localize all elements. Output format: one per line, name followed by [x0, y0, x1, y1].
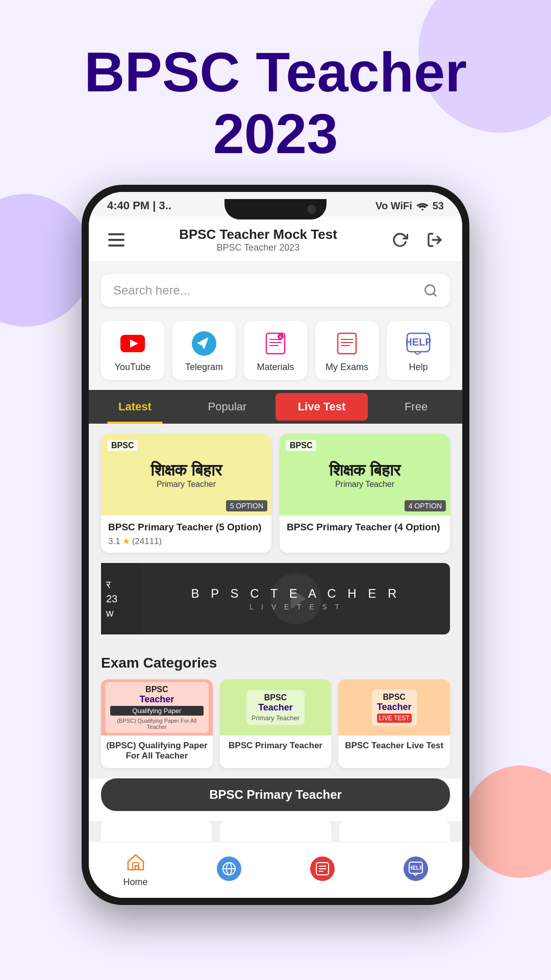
header-icons	[388, 228, 447, 252]
front-camera	[307, 205, 316, 214]
telegram-label: Telegram	[185, 362, 223, 373]
card-hindi-title-2: शिक्षक बिहार	[329, 461, 400, 480]
quick-action-help[interactable]: HELP Help	[387, 321, 450, 380]
status-time: 4:40 PM | 3..	[107, 199, 171, 212]
help-label: Help	[409, 362, 428, 373]
card-name: BPSC Primary Teacher (5 Option)	[108, 522, 264, 533]
svg-text:HELP: HELP	[409, 865, 423, 871]
svg-line-3	[433, 293, 436, 296]
refresh-button[interactable]	[388, 228, 412, 252]
tab-latest[interactable]: Latest	[89, 390, 181, 424]
card-option-badge-2: 4 OPTION	[405, 500, 446, 511]
tab-free[interactable]: Free	[370, 390, 462, 424]
logout-icon	[427, 232, 443, 248]
section-header-bar: BPSC Primary Teacher	[101, 778, 450, 811]
youtube-label: YouTube	[115, 362, 151, 373]
signal-text: Vo WiFi	[375, 200, 412, 212]
page-title: BPSC Teacher 2023	[31, 41, 520, 164]
cat-image-qualifying: BPSC Teacher Qualifying Paper (BPSC) Qua…	[101, 679, 213, 736]
quick-action-telegram[interactable]: Telegram	[172, 321, 236, 380]
search-box[interactable]: Search here...	[101, 274, 450, 307]
home-nav-icon	[123, 849, 148, 874]
logout-button[interactable]	[422, 228, 447, 252]
hamburger-icon	[108, 233, 124, 247]
banner-left-text: र 23 w	[106, 577, 137, 620]
category-card-live-test[interactable]: BPSC Teacher LIVE TEST BPSC Teacher Live…	[338, 679, 450, 768]
category-card-qualifying[interactable]: BPSC Teacher Qualifying Paper (BPSC) Qua…	[101, 679, 213, 768]
telegram-icon	[191, 330, 217, 357]
exam-categories-title: Exam Categories	[101, 655, 450, 671]
www-nav-icon	[217, 856, 241, 881]
test-card-4option[interactable]: BPSC शिक्षक बिहार Primary Teacher 4 OPTI…	[280, 434, 450, 553]
materials-icon: ≡	[262, 330, 289, 357]
nav-help[interactable]: HELP	[369, 856, 462, 881]
battery-text: 53	[433, 200, 444, 212]
card-image-5option: BPSC शिक्षक बिहार Primary Teacher 5 OPTI…	[101, 434, 271, 516]
quick-action-my-exams[interactable]: My Exams	[315, 321, 379, 380]
search-icon	[423, 283, 438, 298]
cat-image-primary: BPSC Teacher Primary Teacher	[220, 679, 332, 736]
tab-live-test[interactable]: Live Test	[276, 393, 368, 421]
card-rating: 3.1 ★ (24111)	[108, 536, 264, 547]
banner-left: र 23 w	[101, 563, 142, 634]
card-sub-label: Primary Teacher	[151, 480, 222, 489]
star-icon: ★	[122, 536, 130, 547]
banner-main: B P S C T E A C H E R L I V E T E S T	[142, 563, 450, 634]
svg-text:≡: ≡	[280, 335, 282, 339]
test-cards-row: BPSC शिक्षक बिहार Primary Teacher 5 OPTI…	[101, 434, 450, 553]
card-name-2: BPSC Primary Teacher (4 Option)	[287, 522, 443, 533]
card-bpsc-label: BPSC	[107, 440, 138, 451]
svg-text:HELP: HELP	[406, 336, 431, 348]
app-header: BPSC Teacher Mock Test BPSC Teacher 2023	[89, 216, 462, 262]
test-cards-section: BPSC शिक्षक बिहार Primary Teacher 5 OPTI…	[89, 424, 462, 563]
materials-label: Materials	[257, 362, 294, 373]
app-header-title: BPSC Teacher Mock Test BPSC Teacher 2023	[179, 227, 337, 253]
card-image-4option: BPSC शिक्षक बिहार Primary Teacher 4 OPTI…	[280, 434, 450, 516]
card-hindi-title: शिक्षक बिहार	[151, 461, 222, 480]
phone-notch	[224, 199, 327, 219]
wifi-icon	[416, 201, 429, 210]
phone-outer: 4:40 PM | 3.. Vo WiFi 53	[82, 185, 469, 905]
phone-inner: 4:40 PM | 3.. Vo WiFi 53	[89, 192, 462, 898]
card-sub-label-2: Primary Teacher	[329, 480, 400, 489]
cat-card-inner-primary: BPSC Teacher Primary Teacher	[246, 690, 305, 725]
nav-www[interactable]	[182, 856, 276, 881]
quick-action-materials[interactable]: ≡ Materials	[244, 321, 307, 380]
card-option-badge: 5 OPTION	[226, 500, 267, 511]
refresh-icon	[392, 232, 408, 248]
my-exams-icon	[334, 330, 360, 357]
test-card-5option[interactable]: BPSC शिक्षक बिहार Primary Teacher 5 OPTI…	[101, 434, 271, 553]
app-title-sub: BPSC Teacher 2023	[179, 242, 337, 253]
quick-actions: YouTube Telegram	[89, 315, 462, 390]
cat-footer-primary: BPSC Primary Teacher	[220, 736, 332, 758]
card-footer-5option: BPSC Primary Teacher (5 Option) 3.1 ★ (2…	[101, 516, 271, 553]
cat-footer-qualifying: (BPSC) Qualifying Paper For All Teacher	[101, 736, 213, 768]
category-card-primary[interactable]: BPSC Teacher Primary Teacher BPSC Primar…	[220, 679, 332, 768]
cat-card-inner-live-test: BPSC Teacher LIVE TEST	[372, 690, 417, 726]
bottom-nav: Home	[89, 842, 462, 898]
tabs-container: Latest Popular Live Test Free	[89, 390, 462, 424]
help-nav-icon: HELP	[404, 856, 428, 881]
svg-point-0	[421, 209, 423, 210]
cat-footer-live-test: BPSC Teacher Live Test	[338, 736, 450, 758]
phone-wrapper: 4:40 PM | 3.. Vo WiFi 53	[0, 185, 551, 936]
cat-card-inner-qualifying: BPSC Teacher Qualifying Paper (BPSC) Qua…	[105, 682, 209, 733]
svg-rect-13	[338, 333, 356, 354]
cat-image-live-test: BPSC Teacher LIVE TEST	[338, 679, 450, 736]
section-header-text: BPSC Primary Teacher	[209, 788, 342, 801]
quick-action-youtube[interactable]: YouTube	[101, 321, 164, 380]
search-placeholder: Search here...	[113, 283, 423, 298]
page-header: BPSC Teacher 2023	[0, 0, 551, 185]
banner-section[interactable]: र 23 w B P S C T E A C H E R L I V E T E…	[89, 563, 462, 645]
card-bpsc-label-2: BPSC	[286, 440, 316, 451]
tab-popular[interactable]: Popular	[181, 390, 273, 424]
youtube-icon	[119, 330, 146, 357]
exams-nav-icon	[310, 856, 335, 881]
menu-button[interactable]	[104, 228, 129, 252]
nav-home[interactable]: Home	[89, 849, 182, 888]
exam-categories: Exam Categories BPSC Teacher Qualifying …	[89, 645, 462, 778]
search-container: Search here...	[89, 262, 462, 315]
svg-marker-19	[291, 589, 306, 609]
nav-exams[interactable]	[276, 856, 369, 881]
card-footer-4option: BPSC Primary Teacher (4 Option)	[280, 516, 450, 542]
